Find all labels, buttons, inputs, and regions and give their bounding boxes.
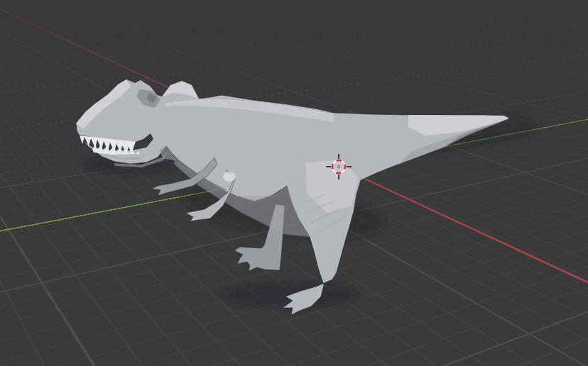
cursor-center-dot [337,165,339,167]
blender-3d-viewport[interactable] [0,0,588,366]
3d-cursor[interactable] [0,0,588,366]
